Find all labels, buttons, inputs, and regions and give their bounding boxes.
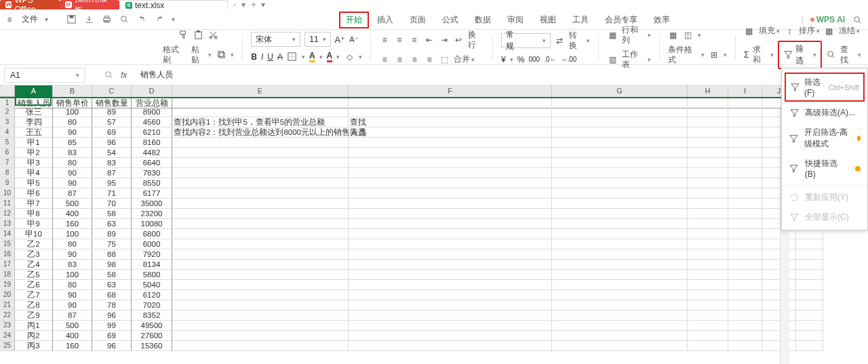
cell-D23[interactable]: 49500 (132, 321, 172, 331)
row-head-14[interactable]: 14 (0, 229, 15, 239)
cell-F8[interactable] (349, 168, 552, 178)
cell-F24[interactable] (349, 331, 552, 341)
align-bottom-icon[interactable]: ≡ (409, 35, 420, 45)
row-head-8[interactable]: 8 (0, 168, 15, 178)
cell-I3[interactable] (728, 117, 762, 127)
cell-I14[interactable] (728, 229, 762, 239)
row-head-18[interactable]: 18 (0, 270, 15, 280)
col-head-E[interactable]: E (172, 85, 349, 97)
cell-K17[interactable] (796, 260, 823, 270)
cell-I5[interactable] (728, 138, 762, 148)
worksheet-button[interactable]: 工作表▾ (622, 49, 651, 70)
cell-F4[interactable]: 筛选 (349, 127, 552, 138)
cell-E24[interactable] (172, 331, 349, 341)
export-icon[interactable] (83, 14, 94, 25)
cell-E25[interactable] (172, 341, 349, 351)
cell-H3[interactable] (688, 117, 728, 127)
cell-B13[interactable]: 160 (53, 219, 92, 229)
cell-A15[interactable]: 乙2 (15, 239, 53, 249)
cell-B10[interactable]: 87 (53, 188, 92, 199)
row-head-5[interactable]: 5 (0, 138, 15, 148)
cell-E2[interactable] (172, 107, 349, 117)
cell-I18[interactable] (728, 270, 762, 280)
cell-A17[interactable]: 乙4 (15, 260, 53, 270)
cell-J22[interactable] (762, 310, 796, 321)
cell-I24[interactable] (728, 331, 762, 341)
tab-efficiency[interactable]: 效率 (646, 12, 678, 28)
cell-F10[interactable] (349, 188, 552, 199)
cell-G20[interactable] (552, 290, 688, 300)
worksheet-icon[interactable]: ▥ (607, 54, 618, 65)
cell-B23[interactable]: 500 (53, 321, 92, 331)
cell-C8[interactable]: 87 (92, 168, 132, 178)
cell-B12[interactable]: 400 (53, 209, 92, 219)
row-head-7[interactable]: 7 (0, 158, 15, 168)
filter-menu-quick[interactable]: 快捷筛选(B) (782, 154, 867, 183)
merge-button[interactable]: 合并▾ (454, 54, 475, 64)
cell-D24[interactable]: 27600 (132, 331, 172, 341)
cell-F19[interactable] (349, 280, 552, 290)
row-head-11[interactable]: 11 (0, 199, 15, 209)
cell-E10[interactable] (172, 188, 349, 199)
cell-G8[interactable] (552, 168, 688, 178)
cell-A11[interactable]: 甲7 (15, 199, 53, 209)
row-head-2[interactable]: 2 (0, 107, 15, 117)
cell-G16[interactable] (552, 249, 688, 260)
cell-G22[interactable] (552, 310, 688, 321)
cell-G9[interactable] (552, 178, 688, 188)
tab-add-button[interactable]: + (251, 0, 256, 9)
wps-ai-button[interactable]: WPS AI (810, 15, 845, 24)
cell-C14[interactable]: 89 (92, 229, 132, 239)
underline-button[interactable]: U (267, 52, 273, 62)
cell-F11[interactable] (349, 199, 552, 209)
row-head-3[interactable]: 3 (0, 117, 15, 127)
col-head-F[interactable]: F (349, 85, 552, 97)
cell-F22[interactable] (349, 310, 552, 321)
cell-I17[interactable] (728, 260, 762, 270)
print-icon[interactable] (101, 14, 112, 25)
cell-K20[interactable] (796, 290, 823, 300)
cell-B24[interactable]: 400 (53, 331, 92, 341)
tab-view[interactable]: 视图 (532, 12, 564, 28)
cell-G18[interactable] (552, 270, 688, 280)
font-color-button[interactable]: A (327, 51, 333, 62)
cell-D11[interactable]: 35000 (132, 199, 172, 209)
cell-E13[interactable] (172, 219, 349, 229)
print-preview-icon[interactable] (119, 14, 130, 25)
app-tab-file[interactable]: Stext.xlsx (119, 0, 228, 9)
indent-increase-icon[interactable]: ⇥ (439, 35, 450, 45)
row-head-22[interactable]: 22 (0, 310, 15, 321)
increase-decimal-icon[interactable]: →.00 (560, 56, 576, 63)
cell-H9[interactable] (688, 178, 728, 188)
cell-K19[interactable] (796, 280, 823, 290)
row-head-15[interactable]: 15 (0, 239, 15, 249)
cell-D8[interactable]: 7830 (132, 168, 172, 178)
cell-H13[interactable] (688, 219, 728, 229)
cell-A5[interactable]: 甲1 (15, 138, 53, 148)
app-tab-docer[interactable]: D找稻壳模板 (60, 0, 119, 9)
cond-format-button[interactable]: 条件格式▾ (668, 45, 705, 65)
cell-E20[interactable] (172, 290, 349, 300)
strike-button[interactable]: A (277, 52, 283, 62)
cell-A21[interactable]: 乙8 (15, 300, 53, 310)
filter-menu-advanced[interactable]: 高级筛选(A)... (782, 103, 867, 123)
cell-C2[interactable]: 89 (92, 107, 132, 117)
cell-G25[interactable] (552, 341, 688, 351)
cell-F23[interactable] (349, 321, 552, 331)
cell-H2[interactable] (688, 107, 728, 117)
cell-C11[interactable]: 70 (92, 199, 132, 209)
cell-D12[interactable]: 23200 (132, 209, 172, 219)
cell-F20[interactable] (349, 290, 552, 300)
cut-icon[interactable] (208, 30, 219, 41)
cell-H7[interactable] (688, 158, 728, 168)
cell-F25[interactable] (349, 341, 552, 351)
cell-D3[interactable]: 4560 (132, 117, 172, 127)
cell-A22[interactable]: 乙9 (15, 310, 53, 321)
cell-D9[interactable]: 8550 (132, 178, 172, 188)
redo-icon[interactable] (154, 14, 165, 25)
convert-button[interactable]: 转换▾ (569, 31, 590, 51)
cell-J23[interactable] (762, 321, 796, 331)
cell-J20[interactable] (762, 290, 796, 300)
cell-H25[interactable] (688, 341, 728, 351)
cell-H6[interactable] (688, 148, 728, 158)
